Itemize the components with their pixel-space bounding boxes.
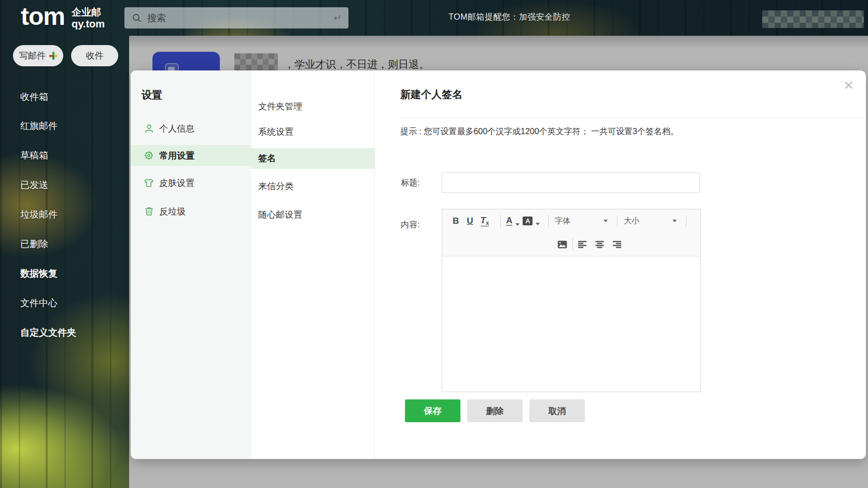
- dialog-title: 新建个人签名: [400, 88, 463, 102]
- signature-title-label: 标题:: [401, 178, 419, 189]
- underline-icon[interactable]: U: [467, 216, 473, 226]
- align-left-icon[interactable]: [578, 241, 587, 248]
- sidebar-item-drafts[interactable]: 草稿箱: [20, 149, 48, 162]
- subnav-system-settings[interactable]: 系统设置: [251, 122, 375, 142]
- settings-nav-label: 常用设置: [159, 150, 194, 162]
- logo-subtitle: 企业邮 qy.tom: [72, 7, 105, 30]
- trash-icon: [144, 206, 154, 217]
- redacted-account-block: [762, 10, 864, 28]
- chevron-down-icon: [604, 220, 608, 222]
- background-color-icon: A: [523, 217, 533, 225]
- clear-format-sub: x: [486, 220, 489, 226]
- tom-logo: tom: [21, 2, 65, 31]
- settings-nav-label: 皮肤设置: [159, 177, 194, 189]
- align-center-icon[interactable]: [595, 241, 604, 248]
- enter-icon[interactable]: [332, 14, 341, 22]
- delete-button[interactable]: 删除: [467, 399, 523, 422]
- toolbar-separator: [500, 215, 501, 227]
- toolbar-separator: [617, 216, 618, 227]
- settings-dialog: 设置 个人信息 常用设置: [131, 70, 866, 459]
- toolbar-separator: [548, 215, 549, 227]
- font-color-icon: A: [506, 216, 512, 226]
- subnav-folder-management[interactable]: 文件夹管理: [251, 96, 375, 117]
- sidebar-item-custom-folders[interactable]: 自定义文件夹: [20, 326, 76, 339]
- signature-tip-text: 提示 : 您可设置最多600个汉字或1200个英文字符； 一共可设置3个签名档。: [400, 126, 679, 137]
- sidebar-item-file-center[interactable]: 文件中心: [20, 296, 58, 310]
- chevron-down-icon: [673, 220, 677, 222]
- subnav-signature[interactable]: 签名: [251, 148, 375, 169]
- gear-icon: [144, 150, 154, 161]
- cancel-button[interactable]: 取消: [529, 399, 585, 422]
- toolbar-separator: [686, 216, 687, 227]
- close-icon[interactable]: ×: [844, 77, 853, 93]
- font-color-button[interactable]: A: [506, 216, 523, 226]
- signature-content-label: 内容:: [401, 220, 419, 231]
- sidebar-item-sent[interactable]: 已发送: [20, 178, 48, 192]
- sidebar-item-deleted[interactable]: 已删除: [20, 237, 48, 251]
- editor-toolbar: B U Tx A A 字体: [442, 209, 701, 256]
- toolbar-separator: [572, 238, 573, 251]
- font-size-value: 大小: [624, 216, 639, 226]
- signature-rich-text-editor: B U Tx A A 字体: [442, 209, 701, 392]
- font-family-select[interactable]: 字体: [554, 216, 612, 226]
- logo-domain-label: qy.tom: [72, 18, 105, 30]
- search-icon: [132, 13, 142, 23]
- font-size-select[interactable]: 大小: [623, 216, 681, 226]
- save-button[interactable]: 保存: [405, 399, 460, 422]
- user-icon: [144, 123, 154, 134]
- shirt-icon: [144, 178, 154, 188]
- compose-plus-icon: [49, 52, 57, 60]
- settings-nav-skin-settings[interactable]: 皮肤设置: [131, 173, 251, 193]
- settings-nav-common-settings[interactable]: 常用设置: [131, 145, 251, 166]
- receive-mail-button[interactable]: 收件: [71, 45, 118, 66]
- signature-title-input[interactable]: [442, 173, 700, 193]
- clear-format-letter: T: [481, 216, 486, 226]
- dialog-divider: [400, 118, 866, 119]
- settings-nav-anti-spam[interactable]: 反垃圾: [131, 201, 251, 222]
- security-notice-text: TOM邮箱提醒您：加强安全防控: [449, 12, 570, 23]
- signature-content-textarea[interactable]: [442, 256, 701, 392]
- chevron-down-icon: [536, 223, 540, 225]
- align-right-icon[interactable]: [612, 241, 621, 248]
- settings-nav-label: 反垃圾: [159, 206, 186, 218]
- chevron-down-icon: [515, 223, 520, 226]
- settings-nav-label: 个人信息: [159, 123, 194, 135]
- sidebar-item-data-recovery[interactable]: 数据恢复: [20, 267, 58, 280]
- settings-nav-personal-info[interactable]: 个人信息: [131, 118, 251, 139]
- subnav-suixin-mail-settings[interactable]: 随心邮设置: [251, 205, 375, 225]
- settings-nav-panel: 设置 个人信息 常用设置: [131, 70, 251, 459]
- logo-product-label: 企业邮: [72, 7, 105, 18]
- sidebar-item-spam[interactable]: 垃圾邮件: [20, 208, 58, 221]
- search-placeholder: 搜索: [147, 12, 332, 24]
- compose-mail-label: 写邮件: [19, 50, 46, 62]
- search-input[interactable]: 搜索: [124, 7, 348, 28]
- settings-subnav-panel: 文件夹管理 系统设置 签名 来信分类 随心邮设置: [251, 70, 375, 459]
- subnav-incoming-classification[interactable]: 来信分类: [251, 176, 375, 197]
- app-window: tom 企业邮 qy.tom 搜索 TOM邮箱提醒您：加强安全防控 写邮件 收件…: [0, 0, 868, 488]
- background-color-button[interactable]: A: [523, 217, 543, 225]
- compose-mail-button[interactable]: 写邮件: [13, 45, 63, 66]
- settings-title: 设置: [142, 88, 162, 102]
- font-family-value: 字体: [555, 216, 570, 226]
- sidebar-item-inbox[interactable]: 收件箱: [20, 90, 48, 104]
- receive-mail-label: 收件: [86, 50, 104, 62]
- bold-icon[interactable]: B: [453, 216, 459, 226]
- sidebar-item-flagged[interactable]: 红旗邮件: [20, 119, 58, 133]
- clear-format-icon[interactable]: Tx: [481, 216, 489, 226]
- insert-image-icon[interactable]: [557, 240, 567, 249]
